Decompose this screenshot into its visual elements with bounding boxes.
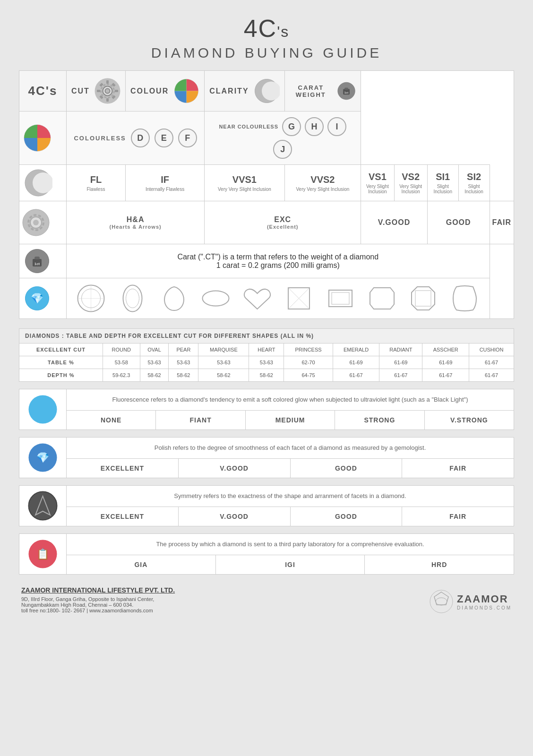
svg-rect-5 xyxy=(97,90,100,92)
footer-left: ZAAMOR INTERNATIONAL LIFESTYLE PVT. LTD.… xyxy=(21,586,175,613)
polish-icon-cell: 💎 xyxy=(19,438,67,478)
depth-princess: 64-75 xyxy=(284,369,333,382)
svg-line-40 xyxy=(288,288,299,299)
svg-text:1ct: 1ct xyxy=(34,262,40,266)
logo-text: ZAAMOR DIAMONDS.COM xyxy=(457,593,512,610)
table-asscher: 61-69 xyxy=(422,356,469,369)
depth-cushion: 61-67 xyxy=(469,369,514,382)
gear-icon xyxy=(95,78,120,104)
polish-desc: Polish refers to the degree of smoothnes… xyxy=(67,438,514,459)
col-round: ROUND xyxy=(103,344,140,356)
svg-text:📋: 📋 xyxy=(36,548,50,560)
symmetry-desc: Symmetry refers to the exactness of the … xyxy=(67,486,514,507)
table-oval: 53-63 xyxy=(140,356,169,369)
cut-gear-icon xyxy=(22,208,50,237)
sym-good: GOOD xyxy=(291,507,403,526)
table-section: DIAMONDS : TABLE AND DEPTH FOR EXCELLENT… xyxy=(19,328,514,382)
cut-good: GOOD xyxy=(427,201,490,244)
symmetry-icon xyxy=(27,490,58,521)
depth-oval: 58-62 xyxy=(140,369,169,382)
footer: ZAAMOR INTERNATIONAL LIFESTYLE PVT. LTD.… xyxy=(19,586,514,613)
table-heart: 53-63 xyxy=(249,356,284,369)
symmetry-icon-cell xyxy=(19,486,67,526)
svg-point-24 xyxy=(33,220,39,225)
fluor-faint: FIANT xyxy=(156,411,245,430)
polish-row: 💎 Polish refers to the degree of smoothn… xyxy=(19,437,514,478)
depth-pear: 58-62 xyxy=(169,369,198,382)
sym-excellent: EXCELLENT xyxy=(67,507,179,526)
table-col-header-row: EXCELLENT CUT ROUND OVAL PEAR MARQUISE H… xyxy=(19,344,514,356)
clarity-si2: SI2 Slight Inclusion xyxy=(458,165,490,201)
depth-emerald: 61-67 xyxy=(333,369,379,382)
svg-point-37 xyxy=(126,289,139,308)
polish-icon: 💎 xyxy=(27,442,58,473)
cert-hrd: HRD xyxy=(365,555,514,574)
svg-text:💎: 💎 xyxy=(36,451,50,464)
depth-row: DEPTH % 59-62.3 58-62 58-62 58-62 58-62 … xyxy=(19,369,514,382)
svg-text:1ct: 1ct xyxy=(344,91,348,94)
near-colourless-cell: NEAR COLOURLESS G H I J xyxy=(205,112,361,165)
col-emerald: EMERALD xyxy=(333,344,379,356)
main-title: 4C's xyxy=(19,14,514,43)
carat-label: CARAT WEIGHT xyxy=(290,84,333,98)
svg-point-47 xyxy=(29,395,57,424)
shape-radiant xyxy=(367,283,397,314)
clarity-header-cell: CLARITY xyxy=(205,71,284,112)
clarity-vs1: VS1 Very Slight Inclusion xyxy=(361,165,394,201)
guide-table: 4C's CUT xyxy=(19,70,514,319)
letter-d: D xyxy=(131,129,150,147)
shapes-cell xyxy=(67,278,490,319)
shape-princess xyxy=(284,283,314,314)
carat-weight-icon: 1ct xyxy=(337,78,356,104)
polish-content: Polish refers to the degree of smoothnes… xyxy=(67,438,514,478)
letter-f: F xyxy=(178,129,197,147)
table-pct-label: TABLE % xyxy=(19,356,103,369)
company-name: ZAAMOR INTERNATIONAL LIFESTYLE PVT. LTD. xyxy=(21,586,175,594)
col-asscher: ASSCHER xyxy=(422,344,469,356)
svg-point-54 xyxy=(436,598,447,605)
letter-h: H xyxy=(305,117,324,136)
cut-ha: H&A (Hearts & Arrows) xyxy=(67,201,205,244)
clarity-label: CLARITY xyxy=(209,87,249,95)
polish-vgood: V.GOOD xyxy=(179,459,291,478)
col-pear: PEAR xyxy=(169,344,198,356)
svg-rect-28 xyxy=(34,257,40,259)
shape-round xyxy=(76,283,106,314)
shape-asscher xyxy=(408,283,438,314)
table-row: TABLE % 53-58 53-63 53-63 53-63 53-63 62… xyxy=(19,356,514,369)
sub-title: DIAMOND BUYING GUIDE xyxy=(19,45,514,61)
fluorescence-grades: NONE FIANT MEDIUM STRONG V.STRONG xyxy=(67,411,514,430)
table-emerald: 61-69 xyxy=(333,356,379,369)
certification-row: 📋 The process by which a diamond is sent… xyxy=(19,533,514,575)
near-colourless-label: NEAR COLOURLESS xyxy=(219,124,278,129)
clarity-vvs1: VVS1 Very Very Slight Inclusion xyxy=(205,165,284,201)
logo-sub: DIAMONDS.COM xyxy=(457,605,512,610)
cut-header-cell: CUT xyxy=(67,71,126,112)
fluorescence-section: Fluorescence refers to a diamond's tende… xyxy=(19,389,514,575)
zaamor-logo-icon xyxy=(430,590,453,613)
depth-pct-label: DEPTH % xyxy=(19,369,103,382)
cut-quality-row: H&A (Hearts & Arrows) EXC (Excellent) V.… xyxy=(19,201,514,244)
svg-rect-46 xyxy=(415,291,431,306)
cut-gear-cell xyxy=(19,201,67,244)
svg-point-21 xyxy=(33,172,52,193)
shapes-hands-icon: 💎 xyxy=(24,285,50,311)
fluor-vstrong: V.STRONG xyxy=(425,411,514,430)
svg-point-53 xyxy=(430,590,453,613)
address-line2: Nungambakkam High Road, Chennai – 600 03… xyxy=(21,602,175,608)
header-row: 4C's CUT xyxy=(19,71,514,112)
shapes-icon-cell: 💎 xyxy=(19,278,67,319)
clarity-vs2: VS2 Very Slight Inclusion xyxy=(394,165,427,201)
letter-j: J xyxy=(273,140,292,159)
svg-rect-6 xyxy=(115,90,118,92)
carat-header-cell: CARAT WEIGHT 1ct xyxy=(284,71,361,112)
fluorescence-icon-cell xyxy=(19,389,67,430)
shape-oval xyxy=(117,283,148,314)
polish-fair: FAIR xyxy=(402,459,514,478)
fluor-strong: STRONG xyxy=(335,411,424,430)
page: 4C's DIAMOND BUYING GUIDE 4C's CUT xyxy=(0,0,533,627)
svg-point-38 xyxy=(202,291,229,306)
svg-rect-45 xyxy=(332,292,349,304)
table-cushion: 61-67 xyxy=(469,356,514,369)
address-line3: toll free no:1800- 102- 2667 | www.zaamo… xyxy=(21,608,175,613)
